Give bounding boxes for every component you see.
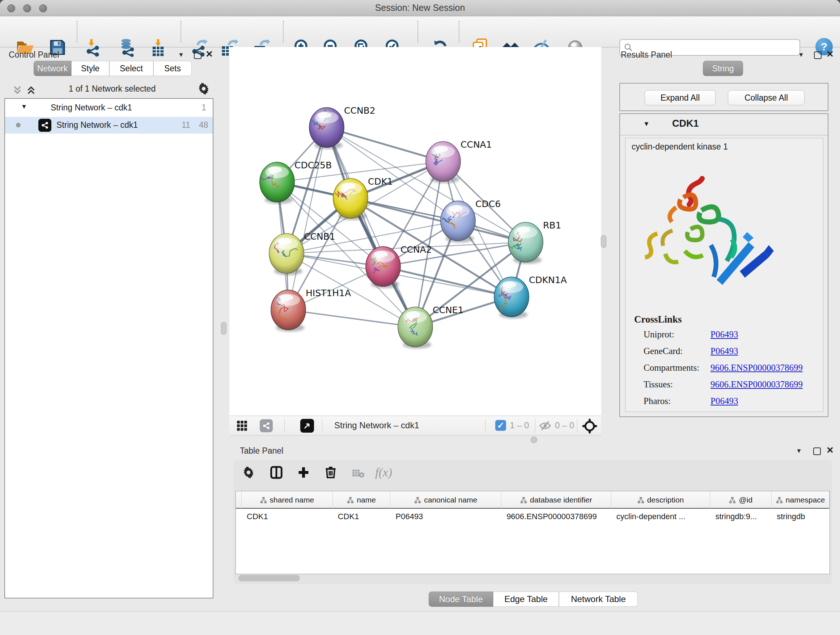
results-panel-maximize-icon[interactable] xyxy=(814,51,821,59)
network-node-CCNB2[interactable] xyxy=(309,108,344,149)
network-edge[interactable] xyxy=(327,127,443,162)
column-header-shared-name[interactable]: shared name xyxy=(242,491,333,509)
network-view-share-icon[interactable] xyxy=(260,419,273,432)
table-cell[interactable]: stringdb xyxy=(772,509,829,524)
column-header-namespace[interactable]: namespace xyxy=(772,491,829,509)
table-panel-body: f(x) shared namenamecanonical namedataba… xyxy=(233,460,832,584)
column-type-icon xyxy=(347,497,354,504)
gene-collapse-triangle-icon[interactable]: ▼ xyxy=(643,120,650,128)
network-options-gear-icon[interactable] xyxy=(197,82,210,96)
navigator-crosshair-icon[interactable] xyxy=(582,418,598,435)
toolbar-separator xyxy=(284,419,285,432)
column-header-name[interactable]: name xyxy=(333,491,391,509)
tab-edge-table[interactable]: Edge Table xyxy=(493,592,559,607)
results-panel-float-icon[interactable]: ▼ xyxy=(798,51,804,59)
expand-all-button[interactable]: Expand All xyxy=(645,90,715,105)
tab-string[interactable]: String xyxy=(703,61,743,76)
add-column-plus-icon[interactable] xyxy=(297,466,310,481)
network-row-selected[interactable]: String Network – cdk1 11 48 xyxy=(5,117,213,134)
column-type-icon xyxy=(776,497,783,504)
delete-column-trash-icon[interactable] xyxy=(324,465,338,480)
network-label: String Network – cdk1 xyxy=(57,120,138,130)
column-header-database-identifier[interactable]: database identifier xyxy=(501,491,611,509)
column-type-icon xyxy=(520,497,527,504)
table-horizontal-scrollbar[interactable] xyxy=(238,575,300,581)
crosslink-link[interactable]: P06493 xyxy=(711,396,738,406)
network-node-CDC6[interactable] xyxy=(441,201,475,242)
network-edge[interactable] xyxy=(288,127,327,310)
network-canvas[interactable]: CCNB2CCNA1CDC25BCDK1CDC6RB1CCNB1CCNA2CDK… xyxy=(229,47,601,416)
table-panel-close-icon[interactable]: ✕ xyxy=(826,446,834,454)
table-cell[interactable]: P06493 xyxy=(391,509,502,524)
network-node-CDKN1A[interactable] xyxy=(494,277,529,318)
horizontal-splitter-handle[interactable] xyxy=(531,437,537,443)
tab-style[interactable]: Style xyxy=(71,61,109,76)
delete-table-icon[interactable] xyxy=(352,469,364,480)
gene-details-box: cyclin-dependent kinase 1 Cro xyxy=(625,138,823,412)
import-network-database-button[interactable] xyxy=(118,37,139,58)
selected-checkbox-icon[interactable]: ✓ xyxy=(495,420,506,431)
network-edge[interactable] xyxy=(383,266,512,297)
column-header-canonical-name[interactable]: canonical name xyxy=(390,491,501,509)
network-edge[interactable] xyxy=(288,310,415,327)
tab-network-table[interactable]: Network Table xyxy=(559,592,638,607)
column-header--id[interactable]: @id xyxy=(710,491,772,509)
network-node-CCNA2[interactable] xyxy=(366,247,401,288)
gene-name: CDK1 xyxy=(672,118,699,129)
results-panel-close-icon[interactable]: ✕ xyxy=(826,50,834,58)
crosslink-label: GeneCard: xyxy=(644,346,683,356)
table-cell[interactable]: 9606.ENSP00000378699 xyxy=(501,509,611,524)
control-panel-maximize-icon[interactable] xyxy=(194,51,202,59)
selected-node-edge-count: 1 – 0 xyxy=(510,420,529,431)
node-label: HIST1H1A xyxy=(306,288,351,298)
collapse-all-button[interactable]: Collapse All xyxy=(728,90,805,105)
table-cell[interactable]: stringdb:9... xyxy=(710,509,772,524)
expand-all-networks-icon[interactable] xyxy=(26,85,36,97)
network-node-CCNA1[interactable] xyxy=(426,141,461,183)
crosslinks-list: Uniprot:P06493GeneCard:P06493Compartment… xyxy=(625,329,824,416)
tab-select[interactable]: Select xyxy=(109,61,153,76)
node-label: RB1 xyxy=(543,220,561,231)
function-builder-icon[interactable]: f(x) xyxy=(375,466,392,479)
table-cell[interactable]: cyclin-dependent ... xyxy=(611,509,711,524)
tab-node-table[interactable]: Node Table xyxy=(429,592,493,607)
right-splitter-handle[interactable] xyxy=(601,235,606,248)
import-network-file-button[interactable] xyxy=(83,37,104,58)
grid-view-icon[interactable] xyxy=(237,420,248,432)
network-node-CDC25B[interactable] xyxy=(260,162,294,204)
network-collection-row[interactable]: ▼ String Network – cdk1 1 xyxy=(5,100,213,117)
table-row[interactable]: CDK1CDK1P064939606.ENSP00000378699cyclin… xyxy=(236,509,829,524)
crosslink-row: Uniprot:P06493 xyxy=(625,329,824,346)
string-network-graph[interactable]: CCNB2CCNA1CDC25BCDK1CDC6RB1CCNB1CCNA2CDK… xyxy=(229,47,601,416)
network-node-CCNB1[interactable] xyxy=(269,233,304,275)
network-node-RB1[interactable] xyxy=(508,222,543,264)
tab-network[interactable]: Network xyxy=(34,61,71,76)
table-settings-gear-icon[interactable] xyxy=(242,466,255,480)
control-panel-close-icon[interactable]: ✕ xyxy=(205,50,213,58)
import-table-file-button[interactable] xyxy=(148,37,169,58)
tab-sets[interactable]: Sets xyxy=(153,61,192,76)
crosslink-link[interactable]: 9606.ENSP00000378699 xyxy=(711,379,803,390)
tree-expand-triangle-icon[interactable]: ▼ xyxy=(21,103,27,111)
toolbar-separator xyxy=(77,21,77,42)
window-title: Session: New Session xyxy=(0,3,840,13)
crosslink-link[interactable]: 9606.ENSP00000378699 xyxy=(711,363,803,373)
hidden-eye-slash-icon[interactable] xyxy=(539,420,551,432)
table-cell[interactable]: CDK1 xyxy=(333,509,391,524)
table-panel-float-icon[interactable]: ▼ xyxy=(796,448,802,455)
network-node-HIST1H1A[interactable] xyxy=(271,290,306,332)
select-columns-icon[interactable] xyxy=(270,466,283,481)
crosslink-link[interactable]: P06493 xyxy=(711,329,738,340)
collapse-all-networks-icon[interactable] xyxy=(12,85,22,97)
table-panel-maximize-icon[interactable] xyxy=(813,448,821,455)
control-panel-float-icon[interactable]: ▼ xyxy=(178,51,184,59)
left-splitter-handle[interactable] xyxy=(221,322,226,334)
column-header-description[interactable]: description xyxy=(611,491,711,509)
network-node-CDK1[interactable] xyxy=(333,179,368,220)
column-type-icon xyxy=(260,497,267,504)
crosslink-link[interactable]: P06493 xyxy=(711,346,738,356)
network-node-CCNE1[interactable] xyxy=(398,307,433,348)
results-gene-section: ▼ CDK1 cyclin-dependent kinase 1 xyxy=(619,113,829,417)
birdseye-view-icon[interactable] xyxy=(300,419,314,432)
table-cell[interactable]: CDK1 xyxy=(242,509,333,524)
